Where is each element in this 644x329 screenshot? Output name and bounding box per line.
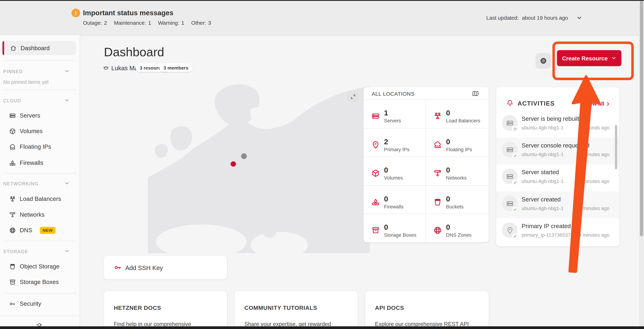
stat-count: 0 — [384, 195, 429, 203]
stat-count: 0 — [446, 166, 491, 174]
sidebar-item-label: Firewalls — [20, 159, 43, 166]
docs-card-title: COMMUNITY TUTORIALS — [244, 304, 317, 311]
sidebar-item-load-balancers[interactable]: Load Balancers — [9, 194, 61, 204]
last-updated[interactable]: Last updated: about 19 hours ago — [486, 15, 582, 21]
sidebar-section-networking[interactable]: NETWORKING — [3, 181, 38, 186]
floating-ip-icon — [9, 143, 16, 150]
hetzner-docs-card[interactable]: HETZNER DOCS Find help in our comprehens… — [104, 291, 227, 329]
load-balancer-icon — [434, 112, 442, 120]
panel-scrollbar-thumb[interactable] — [615, 125, 617, 169]
chevron-down-icon[interactable] — [576, 15, 582, 21]
activity-title: Server started — [522, 169, 559, 176]
map-expand-button[interactable] — [347, 91, 358, 102]
status-count-outage: Outage:2 — [83, 20, 107, 26]
firewall-icon — [9, 159, 16, 166]
new-badge: NEW — [40, 227, 56, 234]
stat-count: 0 — [384, 166, 429, 174]
activity-time: 8 minutes ago — [578, 206, 610, 211]
sidebar-item-object-storage[interactable]: Object Storage — [9, 261, 59, 272]
key-icon — [114, 263, 122, 272]
sidebar-item-dns[interactable]: DNS NEW — [9, 225, 56, 235]
last-updated-value: about 19 hours ago — [522, 15, 568, 21]
activity-resource: ubuntu-4gb-nbg1-1 — [522, 152, 564, 157]
screen-bottom-edge — [0, 326, 644, 329]
key-icon — [9, 300, 16, 307]
europe-map[interactable] — [148, 81, 370, 253]
sidebar-item-firewalls[interactable]: Firewalls — [9, 157, 43, 168]
page-scrollbar-thumb[interactable] — [640, 1, 643, 236]
activity-row[interactable]: Server console requested ubuntu-4gb-nbg1… — [496, 138, 619, 164]
api-docs-card[interactable]: API DOCS Explore our comprehensive REST … — [365, 291, 489, 329]
activity-resource: ubuntu-4gb-nbg1-1 — [522, 178, 564, 184]
sidebar-divider — [3, 241, 76, 241]
ip-pin-icon — [371, 141, 380, 149]
sidebar-section-pinned[interactable]: PINNED — [3, 69, 23, 74]
activity-time: 49 minutes ago — [576, 232, 610, 238]
status-count-other: Other:3 — [191, 20, 211, 26]
sidebar-item-label: DNS — [20, 227, 32, 233]
members-badge: 3 members — [160, 63, 192, 72]
stat-label: Storage Boxes — [384, 232, 429, 238]
activity-time: minutes ago — [582, 178, 610, 184]
sidebar-item-servers[interactable]: Servers — [9, 110, 40, 121]
sidebar-item-floating-ips[interactable]: Floating IPs — [9, 141, 51, 152]
chevron-down-icon[interactable] — [64, 98, 70, 103]
add-ssh-key-card[interactable]: Add SSH Key — [104, 255, 227, 279]
globe-icon — [434, 226, 442, 235]
status-bar-title: Important status messages — [83, 9, 173, 17]
crown-icon — [102, 65, 109, 71]
server-icon — [371, 112, 380, 120]
sidebar-item-networks[interactable]: Networks — [9, 209, 44, 220]
stat-label: Floating IPs — [446, 147, 491, 153]
check-status-icon — [512, 153, 518, 159]
activity-resource: ubuntu-4gb-nbg1-1 — [522, 206, 564, 211]
activity-row[interactable]: Server started ubuntu-4gb-nbg1-1 minutes… — [496, 164, 619, 191]
expand-icon — [350, 94, 356, 100]
sidebar-section-storage[interactable]: STORAGE — [3, 249, 28, 254]
server-icon — [506, 172, 514, 180]
gear-icon — [539, 57, 548, 65]
network-icon — [434, 169, 442, 178]
check-status-icon — [512, 179, 518, 185]
activity-row[interactable]: Primary IP created primary_ip-113736537 … — [496, 218, 619, 247]
stat-count: 0 — [446, 224, 491, 231]
activity-title: Server is being rebuilt — [522, 115, 579, 122]
activity-resource: ubuntu-4gb-nbg1-1 — [522, 125, 564, 131]
globe-icon — [9, 227, 16, 234]
activity-time: seconds ago — [582, 125, 610, 131]
sidebar-item-security[interactable]: Security — [9, 298, 41, 309]
stat-label: Primary IPs — [384, 147, 429, 153]
ip-pin-icon — [506, 226, 514, 234]
view-all-link[interactable]: View all — [585, 101, 610, 107]
server-icon — [506, 119, 514, 127]
sidebar-item-storage-boxes[interactable]: Storage Boxes — [9, 276, 59, 287]
map-icon[interactable] — [472, 90, 479, 97]
community-tutorials-card[interactable]: COMMUNITY TUTORIALS Share your expertise… — [234, 291, 358, 329]
sidebar-divider — [0, 315, 80, 316]
chevron-down-icon[interactable] — [64, 180, 70, 186]
sidebar-item-dashboard[interactable]: Dashboard — [2, 41, 76, 55]
activity-row[interactable]: Server created ubuntu-4gb-nbg1-1 8 minut… — [496, 192, 619, 218]
activity-title: Server console requested — [522, 142, 590, 149]
chevron-down-icon[interactable] — [64, 68, 70, 74]
bell-icon — [506, 99, 514, 107]
activities-panel: ACTIVITIES View all Server is being rebu… — [496, 87, 619, 247]
check-status-icon — [512, 233, 518, 239]
sidebar-item-label: Dashboard — [20, 45, 50, 52]
server-icon — [9, 112, 16, 119]
settings-button[interactable] — [536, 53, 551, 69]
stat-count: 2 — [384, 138, 429, 146]
storage-box-icon — [9, 278, 16, 285]
sidebar-item-volumes[interactable]: Volumes — [9, 126, 42, 137]
sidebar-divider — [3, 293, 76, 293]
chevron-down-icon[interactable] — [64, 248, 70, 254]
storage-box-icon — [371, 226, 380, 235]
last-updated-label: Last updated: — [486, 15, 519, 21]
page-title: Dashboard — [104, 45, 164, 59]
stat-count: 0 — [446, 195, 491, 203]
sidebar-item-label: Servers — [20, 112, 40, 119]
server-icon — [506, 146, 514, 154]
floating-ip-icon — [434, 141, 442, 149]
activity-row[interactable]: Server is being rebuilt ubuntu-4gb-nbg1-… — [496, 111, 619, 138]
sidebar-section-cloud[interactable]: CLOUD — [3, 98, 21, 103]
